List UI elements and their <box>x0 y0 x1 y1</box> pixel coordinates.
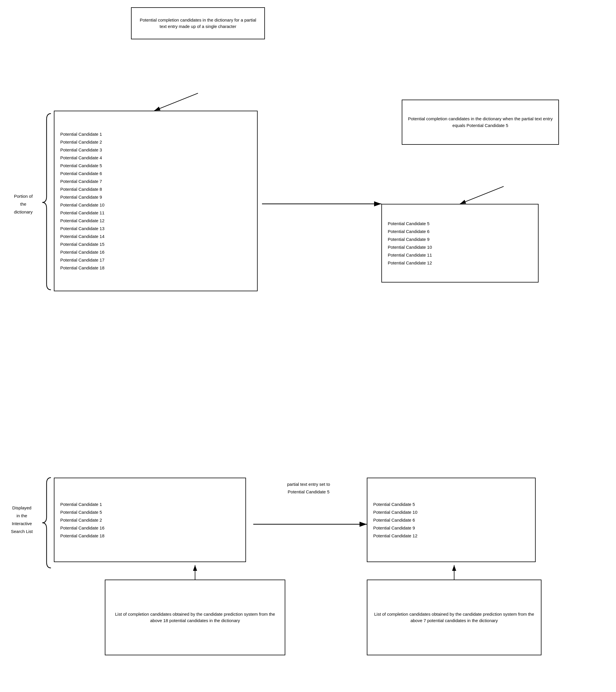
list-item: Potential Candidate 4 <box>60 154 251 161</box>
right-header-box: Potential completion candidates in the d… <box>402 100 559 145</box>
top-header-text: Potential completion candidates in the d… <box>136 17 260 30</box>
svg-line-1 <box>154 93 198 111</box>
list-item: Potential Candidate 8 <box>60 185 251 193</box>
bottom-right-footnote-box: List of completion candidates obtained b… <box>367 580 542 655</box>
list-item: Potential Candidate 16 <box>60 524 240 532</box>
bottom-right-footnote-text: List of completion candidates obtained b… <box>372 611 537 624</box>
svg-line-3 <box>460 187 504 204</box>
list-item: Potential Candidate 9 <box>373 524 529 532</box>
list-item: Potential Candidate 18 <box>60 264 251 272</box>
list-item: Potential Candidate 14 <box>60 232 251 240</box>
list-item: Potential Candidate 15 <box>60 240 251 248</box>
bottom-left-footnote-text: List of completion candidates obtained b… <box>109 611 281 624</box>
right-list-box: Potential Candidate 5Potential Candidate… <box>381 204 538 282</box>
list-item: Potential Candidate 5 <box>373 500 529 508</box>
list-item: Potential Candidate 17 <box>60 256 251 264</box>
bottom-right-list-box: Potential Candidate 5Potential Candidate… <box>367 478 536 562</box>
list-item: Potential Candidate 7 <box>60 177 251 185</box>
list-item: Potential Candidate 12 <box>60 217 251 224</box>
list-item: Potential Candidate 6 <box>60 170 251 177</box>
list-item: Potential Candidate 11 <box>60 209 251 217</box>
list-item: Potential Candidate 10 <box>60 201 251 209</box>
list-item: Potential Candidate 6 <box>388 228 532 235</box>
diagram: Potential completion candidates in the d… <box>0 0 616 692</box>
portion-label-text: Portion ofthedictionary <box>14 194 32 214</box>
arrow-label: partial text entry set toPotential Candi… <box>253 480 364 495</box>
list-item: Potential Candidate 18 <box>60 532 240 540</box>
list-item: Potential Candidate 12 <box>388 259 532 267</box>
list-item: Potential Candidate 12 <box>373 532 529 540</box>
list-item: Potential Candidate 13 <box>60 224 251 232</box>
top-header-box: Potential completion candidates in the d… <box>131 7 265 39</box>
list-item: Potential Candidate 9 <box>388 235 532 243</box>
list-item: Potential Candidate 2 <box>60 138 251 146</box>
bottom-left-list-box: Potential Candidate 1Potential Candidate… <box>54 478 246 562</box>
list-item: Potential Candidate 2 <box>60 516 240 524</box>
list-item: Potential Candidate 1 <box>60 500 240 508</box>
displayed-label: Displayedin theInteractiveSearch List <box>3 504 41 535</box>
right-header-text: Potential completion candidates in the d… <box>406 116 554 129</box>
displayed-label-text: Displayedin theInteractiveSearch List <box>11 505 32 534</box>
list-item: Potential Candidate 3 <box>60 146 251 154</box>
list-item: Potential Candidate 5 <box>60 161 251 170</box>
bottom-left-footnote-box: List of completion candidates obtained b… <box>105 580 285 655</box>
main-list-box: Potential Candidate 1Potential Candidate… <box>54 111 258 291</box>
list-item: Potential Candidate 9 <box>60 193 251 201</box>
list-item: Potential Candidate 10 <box>373 508 529 516</box>
portion-label: Portion ofthedictionary <box>6 192 41 216</box>
list-item: Potential Candidate 10 <box>388 243 532 251</box>
list-item: Potential Candidate 11 <box>388 251 532 259</box>
list-item: Potential Candidate 5 <box>60 508 240 516</box>
list-item: Potential Candidate 16 <box>60 248 251 256</box>
list-item: Potential Candidate 1 <box>60 130 251 138</box>
arrow-label-text: partial text entry set toPotential Candi… <box>287 482 330 494</box>
list-item: Potential Candidate 5 <box>388 220 532 228</box>
list-item: Potential Candidate 6 <box>373 516 529 524</box>
